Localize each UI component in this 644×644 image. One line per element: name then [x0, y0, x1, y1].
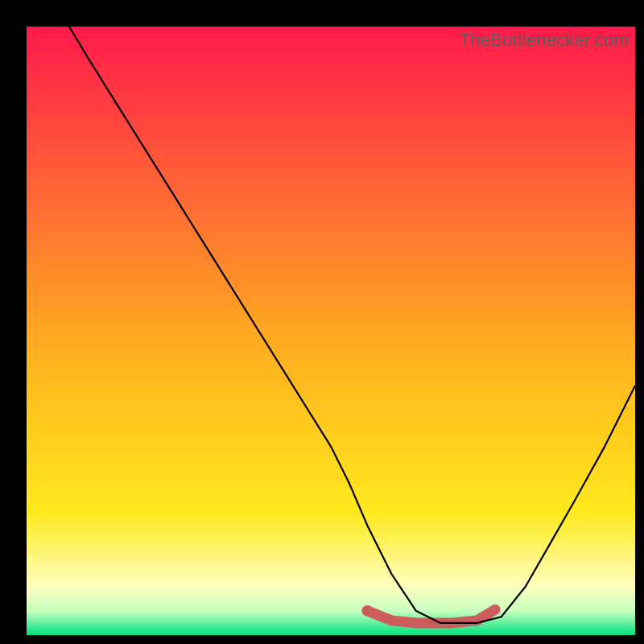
bottleneck-plot: [27, 27, 635, 635]
gradient-background: [27, 27, 635, 635]
watermark-text: TheBottlenecker.com: [460, 30, 629, 51]
chart-frame: TheBottlenecker.com: [27, 27, 635, 635]
optimal-marker: [361, 605, 373, 617]
